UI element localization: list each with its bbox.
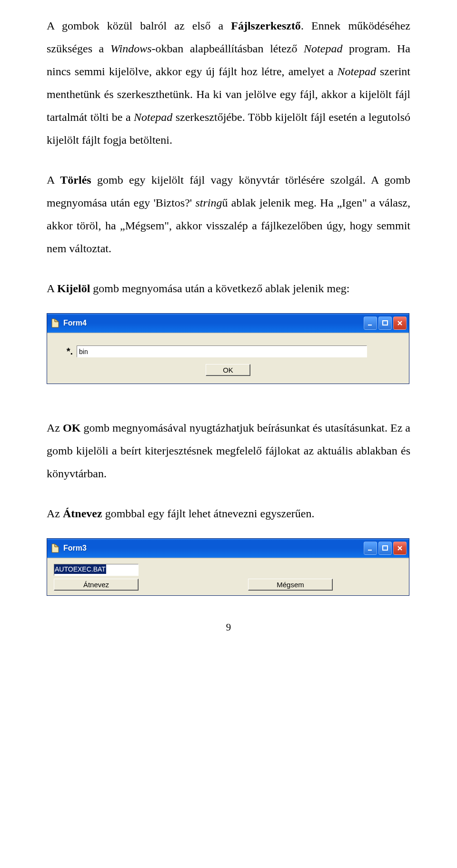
filename-input[interactable]: AUTOEXEC.BAT bbox=[54, 564, 139, 576]
paragraph-5: Az Átnevez gombbal egy fájlt lehet átnev… bbox=[47, 502, 410, 525]
ok-button[interactable]: OK bbox=[206, 364, 250, 376]
form3-window: Form3 AUTOEXEC.BAT Átnevez Mégsem bbox=[47, 538, 409, 596]
paragraph-4: Az OK gomb megnyomásával nyugtázhatjuk b… bbox=[47, 416, 410, 485]
close-button[interactable] bbox=[393, 316, 407, 330]
svg-rect-0 bbox=[368, 325, 372, 326]
rename-button[interactable]: Átnevez bbox=[54, 579, 139, 591]
minimize-button[interactable] bbox=[364, 316, 377, 330]
app-icon bbox=[50, 318, 60, 328]
paragraph-3: A Kijelöl gomb megnyomása után a követke… bbox=[47, 277, 410, 300]
maximize-button[interactable] bbox=[378, 542, 392, 555]
extension-input[interactable] bbox=[77, 345, 367, 357]
svg-rect-1 bbox=[383, 321, 387, 325]
page-number: 9 bbox=[47, 621, 410, 633]
wildcard-label: *. bbox=[54, 346, 73, 357]
cancel-button[interactable]: Mégsem bbox=[248, 579, 333, 591]
close-button[interactable] bbox=[393, 542, 407, 555]
svg-rect-2 bbox=[368, 550, 372, 551]
minimize-button[interactable] bbox=[364, 542, 377, 555]
form3-title: Form3 bbox=[63, 544, 364, 552]
paragraph-2: A Törlés gomb egy kijelölt fájl vagy kön… bbox=[47, 168, 410, 260]
paragraph-1: A gombok közül balról az első a Fájlszer… bbox=[47, 14, 410, 151]
maximize-button[interactable] bbox=[378, 316, 392, 330]
app-icon bbox=[50, 543, 60, 553]
svg-rect-3 bbox=[383, 546, 387, 550]
form3-titlebar[interactable]: Form3 bbox=[47, 539, 409, 558]
form4-titlebar[interactable]: Form4 bbox=[47, 314, 409, 333]
form4-window: Form4 *. OK bbox=[47, 313, 409, 384]
form4-title: Form4 bbox=[63, 319, 364, 327]
